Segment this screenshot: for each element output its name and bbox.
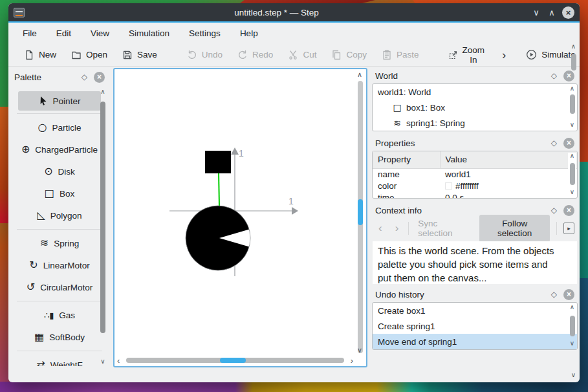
float-icon[interactable]: ◇ [551,290,557,299]
palette-item-spring[interactable]: ≋ Spring [18,232,101,254]
scroll-up-icon[interactable]: ∧ [570,304,574,312]
property-row-color[interactable]: color #ffffffff [373,180,577,191]
palette-item-polygon[interactable]: ◺ Polygon [18,204,101,226]
scroll-right-icon[interactable]: › [351,356,353,365]
palette-item-particle[interactable]: ○ Particle [18,116,101,138]
desktop: untitled.step * — Step ∨ ∧ × File Edit V… [0,0,588,392]
scroll-up-icon[interactable]: ∧ [98,89,107,96]
box-icon: □ [45,188,54,199]
tree-item-spring1[interactable]: ≋ spring1: Spring [373,115,577,131]
palette-item-gas[interactable]: ∴▮ Gas [18,304,101,326]
new-button[interactable]: New [20,47,60,63]
redo-button[interactable]: Redo [234,47,277,63]
scrollbar-thumb[interactable] [100,102,105,333]
menu-file[interactable]: File [23,28,37,38]
scroll-down-icon[interactable]: ∨ [357,346,362,354]
maximize-button[interactable]: ∧ [544,8,560,17]
spring1-object[interactable] [219,172,219,206]
undo-item-create-box1[interactable]: Create box1 [373,303,577,318]
cut-scissors-icon [288,50,298,60]
forward-icon[interactable]: › [392,222,402,235]
particle-icon: ○ [38,122,47,133]
float-icon[interactable]: ◇ [551,71,557,80]
undo-button[interactable]: Undo [183,47,226,63]
undo-scrollbar[interactable]: ∧ ∨ [568,304,576,348]
float-icon[interactable]: ◇ [551,206,557,215]
palette-separator [17,301,102,301]
column-header-value[interactable]: Value [440,151,577,168]
toolbar-separator [556,222,557,235]
menubar: File Edit View Simulation Settings Help [8,23,580,43]
paste-button[interactable]: Paste [378,47,423,63]
palette-item-weightforce[interactable]: ⇄ WeightF [18,354,101,366]
scrollbar-thumb[interactable] [220,358,246,363]
menu-help[interactable]: Help [240,28,258,38]
toolbar-extension-button[interactable]: › [497,48,511,62]
scrollbar-thumb[interactable] [571,54,576,71]
scrollbar-thumb[interactable] [358,199,363,225]
minimize-button[interactable]: ∨ [528,8,544,17]
save-icon [122,50,133,60]
scrollbar-thumb[interactable] [570,316,575,336]
tree-item-box1[interactable]: □ box1: Box [373,100,577,115]
follow-selection-button[interactable]: Follow selection [479,215,550,242]
scroll-down-icon[interactable]: ∨ [98,358,107,366]
float-icon[interactable]: ◇ [82,72,87,82]
sync-selection-button[interactable]: Sync selection [415,219,473,238]
menu-settings[interactable]: Settings [189,28,221,38]
world-panel: World ◇ × world1: World □ box1: Box [370,68,580,131]
palette-header: Palette ◇ × [10,69,109,85]
scroll-left-icon[interactable]: ‹ [117,356,120,365]
palette-close-icon[interactable]: × [94,72,105,83]
undo-item-create-spring1[interactable]: Create spring1 [373,318,577,334]
box1-object[interactable] [205,151,231,173]
cut-button[interactable]: Cut [284,47,320,63]
palette-separator [17,113,102,114]
disk-object[interactable] [186,206,252,270]
canvas-vertical-scrollbar[interactable]: ∧ ∨ [355,71,365,354]
scroll-down-icon[interactable]: ∨ [570,340,574,348]
palette-item-pointer[interactable]: Pointer [18,91,101,111]
undo-close-icon[interactable]: × [563,289,574,300]
palette-item-circularmotor[interactable]: ↺ CircularMotor [18,276,101,298]
scroll-up-icon[interactable]: ∧ [571,43,576,51]
world-canvas[interactable]: 1 1 ∧ ∨ [113,68,367,367]
menu-edit[interactable]: Edit [56,28,71,38]
menu-simulation[interactable]: Simulation [129,28,169,38]
box-icon: □ [392,102,402,113]
context-panel-title: Context info [375,206,551,215]
property-row-name[interactable]: name world1 [373,168,577,180]
context-text: This is the world scene. From the object… [373,241,577,284]
palette-item-softbody[interactable]: ▦ SoftBody [18,326,101,348]
palette-item-box[interactable]: □ Box [18,182,101,204]
context-toolbar: ‹ › Sync selection Follow selection ▸ [371,218,578,239]
menu-view[interactable]: View [91,28,109,38]
save-button[interactable]: Save [118,47,161,63]
property-row-time[interactable]: time 0.0 s [373,191,577,199]
paste-icon [382,50,392,60]
y-axis-tick-label: 1 [239,148,244,158]
column-header-property[interactable]: Property [373,151,440,168]
undo-item-move-end-of-spring1[interactable]: Move end of spring1 [373,334,577,349]
palette-item-chargedparticle[interactable]: ⊕ ChargedParticle [18,138,101,160]
titlebar[interactable]: untitled.step * — Step ∨ ∧ × [8,3,580,21]
canvas-horizontal-scrollbar[interactable]: ‹ › [116,355,354,365]
tree-item-world1[interactable]: world1: World [373,84,577,100]
gas-icon: ∴▮ [44,311,54,320]
scroll-down-icon[interactable]: ∨ [571,372,576,380]
undo-panel-title: Undo history [375,290,551,299]
context-info-panel: Context info ◇ × ‹ › Sync selection Foll… [370,202,580,284]
open-button[interactable]: Open [67,47,111,63]
palette-item-linearmotor[interactable]: ↻ LinearMotor [18,254,101,276]
zoom-in-button[interactable]: Zoom In [444,43,490,67]
copy-button[interactable]: Copy [327,47,371,63]
float-icon[interactable]: ◇ [551,138,557,147]
palette-item-disk[interactable]: ⊙ Disk [18,160,101,182]
close-button[interactable]: × [562,6,574,19]
scroll-up-icon[interactable]: ∧ [357,71,362,79]
scene: 1 1 [114,69,354,354]
step-window: untitled.step * — Step ∨ ∧ × File Edit V… [8,3,580,382]
palette-scrollbar[interactable]: ∧ ∨ [98,89,107,366]
back-icon[interactable]: ‹ [375,222,386,235]
window-title: untitled.step * — Step [25,8,528,17]
